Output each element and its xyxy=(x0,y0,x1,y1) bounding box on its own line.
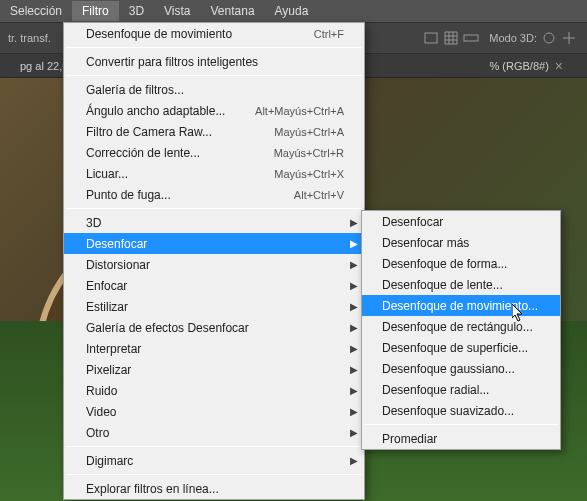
chevron-right-icon: ▶ xyxy=(350,364,358,375)
chevron-right-icon: ▶ xyxy=(350,238,358,249)
mode3d-label: Modo 3D: xyxy=(489,32,537,44)
chevron-right-icon: ▶ xyxy=(350,322,358,333)
shortcut: Mayús+Ctrl+X xyxy=(274,168,344,180)
blur-submenu-item-label: Desenfoque suavizado... xyxy=(382,404,514,418)
blur-submenu-item-label: Desenfoque de rectángulo... xyxy=(382,320,533,334)
svg-point-2 xyxy=(544,33,554,43)
chevron-right-icon: ▶ xyxy=(350,259,358,270)
menu-blur-sub-label: Desenfocar xyxy=(86,237,147,251)
chevron-right-icon: ▶ xyxy=(350,280,358,291)
menu-distort-sub[interactable]: Distorsionar ▶ xyxy=(64,254,364,275)
menu-sharpen-sub-label: Enfocar xyxy=(86,279,127,293)
orbit-icon[interactable] xyxy=(541,30,557,46)
menu-video-sub-label: Video xyxy=(86,405,116,419)
blur-submenu-item-label: Desenfoque gaussiano... xyxy=(382,362,515,376)
shortcut: Ctrl+F xyxy=(314,28,344,40)
pan-icon[interactable] xyxy=(561,30,577,46)
menu-vanishing-point-label: Punto de fuga... xyxy=(86,188,171,202)
blur-submenu-item-label: Desenfoque de superficie... xyxy=(382,341,528,355)
menu-video-sub[interactable]: Video ▶ xyxy=(64,401,364,422)
menu-distort-sub-label: Distorsionar xyxy=(86,258,150,272)
menu-ventana[interactable]: Ventana xyxy=(201,1,265,21)
menu-recent-filter-label: Desenfoque de movimiento xyxy=(86,27,232,41)
menu-camera-raw-label: Filtro de Camera Raw... xyxy=(86,125,212,139)
menu-liquify[interactable]: Licuar... Mayús+Ctrl+X xyxy=(64,163,364,184)
blur-submenu-item-label: Desenfoque radial... xyxy=(382,383,489,397)
menu-noise-sub-label: Ruido xyxy=(86,384,117,398)
shortcut: Alt+Mayús+Ctrl+A xyxy=(255,105,344,117)
menu-lens-correction[interactable]: Corrección de lente... Mayús+Ctrl+R xyxy=(64,142,364,163)
menu-pixelate-sub-label: Pixelizar xyxy=(86,363,131,377)
menu-browse-online[interactable]: Explorar filtros en línea... xyxy=(64,478,364,499)
menu-3d-sub[interactable]: 3D ▶ xyxy=(64,212,364,233)
chevron-right-icon: ▶ xyxy=(350,455,358,466)
blur-submenu-item[interactable]: Desenfoque de lente... xyxy=(362,274,560,295)
menu-browse-online-label: Explorar filtros en línea... xyxy=(86,482,219,496)
svg-rect-1 xyxy=(464,35,478,41)
menu-filter-gallery[interactable]: Galería de filtros... xyxy=(64,79,364,100)
close-icon[interactable]: × xyxy=(555,58,563,74)
chevron-right-icon: ▶ xyxy=(350,385,358,396)
menu-blur-gallery-sub[interactable]: Galería de efectos Desenfocar ▶ xyxy=(64,317,364,338)
menu-vista[interactable]: Vista xyxy=(154,1,200,21)
separator xyxy=(66,75,362,76)
menu-blur-sub[interactable]: Desenfocar ▶ xyxy=(64,233,364,254)
menu-filter-gallery-label: Galería de filtros... xyxy=(86,83,184,97)
transform-label: tr. transf. xyxy=(8,32,51,44)
menu-digimarc-sub[interactable]: Digimarc ▶ xyxy=(64,450,364,471)
shortcut: Mayús+Ctrl+R xyxy=(274,147,344,159)
menu-stylize-sub[interactable]: Estilizar ▶ xyxy=(64,296,364,317)
svg-rect-0 xyxy=(425,33,437,43)
menu-blur-gallery-sub-label: Galería de efectos Desenfocar xyxy=(86,321,249,335)
menu-camera-raw[interactable]: Filtro de Camera Raw... Mayús+Ctrl+A xyxy=(64,121,364,142)
menu-ayuda[interactable]: Ayuda xyxy=(265,1,319,21)
filtro-dropdown: Desenfoque de movimiento Ctrl+F Converti… xyxy=(63,22,365,500)
menu-render-sub[interactable]: Interpretar ▶ xyxy=(64,338,364,359)
menu-vanishing-point[interactable]: Punto de fuga... Alt+Ctrl+V xyxy=(64,184,364,205)
blur-submenu-item[interactable]: Desenfoque de movimiento... xyxy=(362,295,560,316)
menu-convert-smart-label: Convertir para filtros inteligentes xyxy=(86,55,258,69)
ruler-icon[interactable] xyxy=(463,30,479,46)
menu-3d-sub-label: 3D xyxy=(86,216,101,230)
blur-submenu-item[interactable]: Promediar xyxy=(362,428,560,449)
menu-other-sub[interactable]: Otro ▶ xyxy=(64,422,364,443)
blur-submenu-item-label: Desenfocar más xyxy=(382,236,469,250)
blur-submenu: DesenfocarDesenfocar másDesenfoque de fo… xyxy=(361,210,561,450)
blur-submenu-item-label: Desenfoque de forma... xyxy=(382,257,507,271)
blur-submenu-item-label: Desenfocar xyxy=(382,215,443,229)
menu-filtro[interactable]: Filtro xyxy=(72,1,119,21)
chevron-right-icon: ▶ xyxy=(350,343,358,354)
chevron-right-icon: ▶ xyxy=(350,217,358,228)
menu-recent-filter[interactable]: Desenfoque de movimiento Ctrl+F xyxy=(64,23,364,44)
blur-submenu-item-label: Desenfoque de lente... xyxy=(382,278,503,292)
menu-3d[interactable]: 3D xyxy=(119,1,154,21)
blur-submenu-item[interactable]: Desenfoque de rectángulo... xyxy=(362,316,560,337)
blur-submenu-item[interactable]: Desenfoque suavizado... xyxy=(362,400,560,421)
blur-submenu-item[interactable]: Desenfocar más xyxy=(362,232,560,253)
doc-tab-right[interactable]: % (RGB/8#) × xyxy=(480,54,573,78)
menu-noise-sub[interactable]: Ruido ▶ xyxy=(64,380,364,401)
separator xyxy=(66,446,362,447)
menu-digimarc-sub-label: Digimarc xyxy=(86,454,133,468)
separator xyxy=(66,208,362,209)
menu-seleccion[interactable]: Selección xyxy=(0,1,72,21)
menu-convert-smart[interactable]: Convertir para filtros inteligentes xyxy=(64,51,364,72)
doc-tab-right-label: % (RGB/8#) xyxy=(490,60,549,72)
menu-stylize-sub-label: Estilizar xyxy=(86,300,128,314)
blur-submenu-item-label: Promediar xyxy=(382,432,437,446)
menu-render-sub-label: Interpretar xyxy=(86,342,141,356)
shortcut: Mayús+Ctrl+A xyxy=(274,126,344,138)
separator xyxy=(364,424,558,425)
blur-submenu-item[interactable]: Desenfoque gaussiano... xyxy=(362,358,560,379)
blur-submenu-item[interactable]: Desenfoque de forma... xyxy=(362,253,560,274)
view-icon[interactable] xyxy=(423,30,439,46)
menubar: Selección Filtro 3D Vista Ventana Ayuda xyxy=(0,0,587,22)
menu-adaptive-wide[interactable]: Ángulo ancho adaptable... Alt+Mayús+Ctrl… xyxy=(64,100,364,121)
blur-submenu-item[interactable]: Desenfocar xyxy=(362,211,560,232)
separator xyxy=(66,474,362,475)
blur-submenu-item[interactable]: Desenfoque radial... xyxy=(362,379,560,400)
grid-icon[interactable] xyxy=(443,30,459,46)
blur-submenu-item[interactable]: Desenfoque de superficie... xyxy=(362,337,560,358)
menu-pixelate-sub[interactable]: Pixelizar ▶ xyxy=(64,359,364,380)
menu-sharpen-sub[interactable]: Enfocar ▶ xyxy=(64,275,364,296)
